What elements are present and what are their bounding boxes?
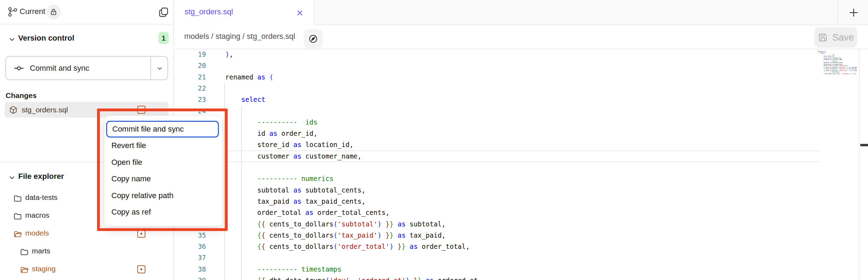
folder-name: macros [25,211,49,219]
tab-stg-orders-sql[interactable]: stg_orders.sql [175,0,315,25]
folder-open-icon [13,230,22,238]
changes-count-badge: 1 [158,32,169,44]
context-menu-item-copy-relative-path[interactable]: Copy relative path [104,187,222,204]
divider [837,0,838,25]
lineage-compass-icon [308,34,318,44]
changed-file-name: stg_orders.sql [22,106,68,114]
chevron-down-icon [156,64,164,72]
gutter-line-number: 23 [186,96,206,103]
code-line-27: store_id as location_id, [225,141,353,148]
duplicate-icon[interactable] [158,6,170,18]
code-line-25: ---------- ids [225,118,317,126]
code-line-19: ), [225,50,233,58]
code-line-36: {{ cents_to_dollars('order_total') }} as… [225,243,470,250]
gutter-line-number: 36 [186,243,206,250]
folder-name: models [25,229,49,237]
overview-ruler [859,49,868,280]
file-context-menu: Commit file and syncRevert fileOpen file… [104,115,222,226]
folder-icon [13,212,22,220]
model-cube-icon [9,105,18,114]
gutter-line-number: 24 [186,107,206,115]
changes-section-label: Changes [6,91,37,100]
tab-label: stg_orders.sql [185,7,233,16]
commit-and-sync-label: Commit and sync [30,64,89,73]
chevron-down-icon[interactable] [8,173,16,182]
folder-icon [13,194,22,203]
commit-icon [14,63,24,74]
git-branch-icon [7,6,19,18]
code-line-33: order_total as order_total_cents, [225,209,390,216]
code-editor[interactable]: 19),2021renamed as (2223 select2425 ----… [175,49,868,280]
gutter-line-number: 35 [186,231,206,239]
commit-options-dropdown[interactable] [150,57,168,79]
chevron-down-icon[interactable] [8,35,16,43]
folder-name: data-tests [25,193,57,202]
new-tab-button[interactable] [846,6,861,20]
branch-readonly-badge [46,5,61,19]
lock-icon [50,8,57,16]
indent-guide [224,83,225,280]
folder-name: staging [32,265,56,273]
context-menu-item-open-file[interactable]: Open file [104,154,222,171]
context-menu-item-copy-name[interactable]: Copy name [104,171,222,188]
gutter-line-number: 37 [186,254,206,261]
file-explorer-item-staging[interactable]: staging [0,260,174,278]
code-line-23: select [225,96,265,103]
commit-and-sync-button[interactable]: Commit and sync [6,57,150,79]
cursor-position-marker [860,144,868,146]
file-explorer-item-marts[interactable]: marts [0,243,174,260]
dbt-ide-window: Current Version control 1 [0,0,868,280]
plus-icon [847,6,860,19]
folder-open-icon [20,265,29,274]
gutter-line-number: 19 [186,50,206,58]
breadcrumb-bar: models / staging / stg_orders.sql Save [175,25,868,49]
gutter-line-number: 20 [186,62,206,69]
close-icon[interactable] [295,8,304,18]
context-menu-item-commit-file-and-sync[interactable]: Commit file and sync [106,121,219,138]
branch-name: Current [20,7,45,16]
code-line-28: customer as customer_name, [225,152,361,160]
folder-icon [20,247,29,256]
lineage-button[interactable] [304,29,323,48]
code-line-31: subtotal as subtotal_cents, [225,186,365,194]
code-line-38: ---------- timestamps [225,265,342,273]
modified-folder-icon [137,265,145,273]
gutter-line-number: 38 [186,265,206,273]
code-line-30: ---------- numerics [225,175,333,182]
code-line-21: renamed as ( [225,73,273,81]
gutter-line-number: 21 [186,73,206,81]
code-line-35: {{ cents_to_dollars('tax_paid') }} as ta… [225,231,446,239]
modified-folder-icon [137,230,145,238]
breadcrumb: models / staging / stg_orders.sql [184,32,295,41]
folder-name: marts [32,247,50,255]
save-label: Save [832,32,854,43]
context-menu-item-copy-as-ref[interactable]: Copy as ref [104,204,222,221]
code-line-34: {{ cents_to_dollars('subtotal') }} as su… [225,220,446,228]
file-explorer-item-models[interactable]: models [0,225,174,243]
minimap[interactable]: ),renamed as ( select ---------- ids id … [818,49,857,280]
code-line-39: {{ dbt.date_trunc('day', 'ordered_at') }… [225,276,478,280]
version-control-header[interactable]: Version control [18,34,74,43]
save-floppy-icon [818,32,828,43]
gutter-line-number: 39 [186,276,206,280]
editor-tab-bar: stg_orders.sql [175,0,868,25]
commit-and-sync-split-button: Commit and sync [5,56,168,80]
code-line-26: id as order_id, [225,130,317,137]
context-menu-item-revert-file[interactable]: Revert file [104,138,222,154]
file-explorer-header[interactable]: File explorer [18,172,64,181]
gutter-line-number: 22 [186,84,206,92]
save-button[interactable]: Save [814,27,857,48]
modified-file-icon [137,106,145,114]
code-line-32: tax_paid as tax_paid_cents, [225,197,365,205]
minimap-line: {{ dbt.date_trunc('day', 'ordered_at') }… [818,73,857,75]
branch-bar: Current [0,0,173,24]
